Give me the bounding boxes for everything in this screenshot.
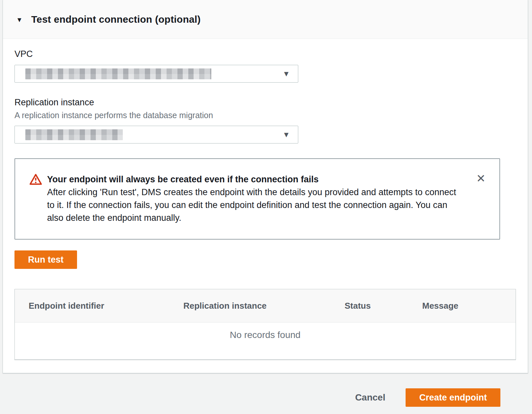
vpc-redacted-value bbox=[25, 68, 211, 79]
replication-instance-field: Replication instance A replication insta… bbox=[14, 97, 516, 143]
vpc-field: VPC ▼ bbox=[14, 49, 516, 83]
chevron-down-icon: ▼ bbox=[282, 131, 290, 139]
test-results-table: Endpoint identifier Replication instance… bbox=[14, 289, 516, 360]
chevron-down-icon: ▼ bbox=[282, 70, 290, 78]
replication-instance-redacted-value bbox=[25, 129, 123, 140]
column-header-message: Message bbox=[408, 301, 515, 311]
test-endpoint-connection-panel: ▼ Test endpoint connection (optional) VP… bbox=[3, 0, 528, 373]
replication-instance-select[interactable]: ▼ bbox=[14, 126, 298, 143]
table-empty-state: No records found bbox=[15, 323, 516, 359]
alert-content: Your endpoint will always be created eve… bbox=[47, 173, 474, 224]
column-header-replication-instance: Replication instance bbox=[170, 301, 331, 311]
vpc-label: VPC bbox=[14, 49, 516, 59]
vpc-select[interactable]: ▼ bbox=[14, 65, 298, 83]
column-header-endpoint-identifier: Endpoint identifier bbox=[15, 301, 170, 311]
replication-instance-label: Replication instance bbox=[14, 97, 516, 108]
collapse-caret-icon[interactable]: ▼ bbox=[16, 16, 23, 23]
alert-title: Your endpoint will always be created eve… bbox=[47, 173, 465, 186]
run-test-button[interactable]: Run test bbox=[14, 250, 77, 269]
panel-header[interactable]: ▼ Test endpoint connection (optional) bbox=[3, 0, 528, 39]
column-header-status: Status bbox=[331, 301, 409, 311]
cancel-button[interactable]: Cancel bbox=[355, 392, 386, 403]
alert-body: After clicking 'Run test', DMS creates t… bbox=[47, 186, 465, 224]
warning-triangle-icon bbox=[30, 174, 42, 186]
panel-title: Test endpoint connection (optional) bbox=[31, 14, 201, 25]
page: ▼ Test endpoint connection (optional) VP… bbox=[0, 0, 532, 407]
panel-body: VPC ▼ Replication instance A replication… bbox=[3, 39, 528, 373]
close-icon[interactable]: ✕ bbox=[474, 172, 488, 185]
create-endpoint-button[interactable]: Create endpoint bbox=[406, 388, 500, 407]
replication-instance-description: A replication instance performs the data… bbox=[14, 111, 516, 120]
warning-alert: Your endpoint will always be created eve… bbox=[14, 158, 500, 240]
footer-actions: Cancel Create endpoint bbox=[0, 373, 532, 407]
table-header-row: Endpoint identifier Replication instance… bbox=[15, 289, 516, 323]
